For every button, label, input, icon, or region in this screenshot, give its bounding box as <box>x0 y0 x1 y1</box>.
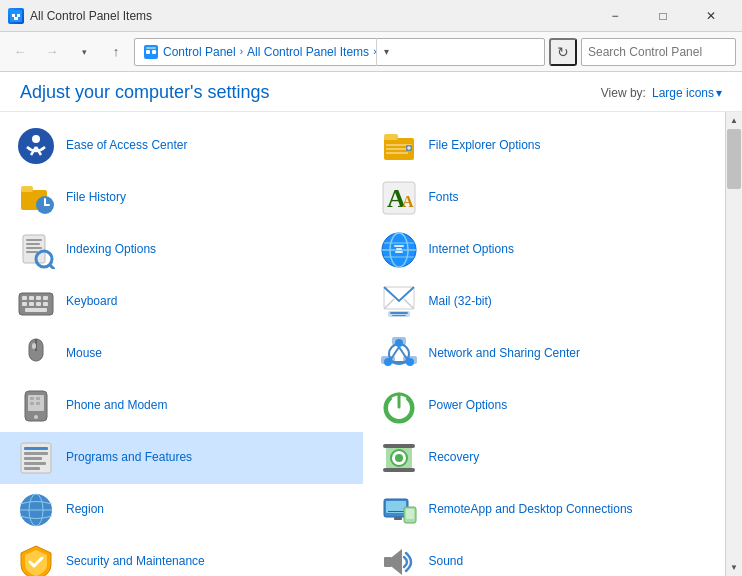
svg-rect-43 <box>29 296 34 300</box>
cp-item-sound[interactable]: Sound <box>363 536 726 576</box>
svg-point-9 <box>32 135 40 143</box>
search-input[interactable] <box>588 45 738 59</box>
breadcrumb-all-items[interactable]: All Control Panel Items <box>247 45 369 59</box>
svg-rect-3 <box>14 17 18 20</box>
cp-item-label-keyboard: Keyboard <box>66 294 117 310</box>
up-button[interactable]: ↑ <box>102 38 130 66</box>
cp-item-fonts[interactable]: A A Fonts <box>363 172 726 224</box>
svg-rect-50 <box>25 308 47 312</box>
svg-rect-68 <box>381 356 395 364</box>
cp-item-recovery[interactable]: Recovery <box>363 432 726 484</box>
svg-line-32 <box>50 265 54 269</box>
svg-rect-39 <box>396 248 402 250</box>
cp-item-label-mouse: Mouse <box>66 346 102 362</box>
cp-item-label-mail: Mail (32-bit) <box>429 294 492 310</box>
mouse-icon <box>16 334 56 374</box>
svg-rect-6 <box>152 50 156 54</box>
svg-rect-40 <box>395 251 403 253</box>
recovery-icon <box>379 438 419 478</box>
cp-item-mouse[interactable]: Mouse <box>0 328 363 380</box>
fileexplorer-icon <box>379 126 419 166</box>
svg-rect-0 <box>10 10 22 22</box>
svg-point-8 <box>18 128 54 164</box>
scroll-up-button[interactable]: ▲ <box>726 112 742 129</box>
cp-item-indexing-options[interactable]: Indexing Options <box>0 224 363 276</box>
cp-item-remoteapp[interactable]: RemoteApp and Desktop Connections <box>363 484 726 536</box>
svg-rect-29 <box>26 247 42 249</box>
close-button[interactable]: ✕ <box>688 0 734 32</box>
minimize-button[interactable]: − <box>592 0 638 32</box>
region-icon <box>16 490 56 530</box>
viewby-option[interactable]: Large icons ▾ <box>652 86 722 100</box>
scrollbar: ▲ ▼ <box>725 112 742 576</box>
cp-item-security-maintenance[interactable]: Security and Maintenance <box>0 536 363 576</box>
svg-rect-55 <box>390 312 408 314</box>
cp-item-keyboard[interactable]: Keyboard <box>0 276 363 328</box>
svg-rect-69 <box>403 356 417 364</box>
cp-item-power-options[interactable]: Power Options <box>363 380 726 432</box>
svg-rect-5 <box>146 50 150 54</box>
programs-icon <box>16 438 56 478</box>
app-icon <box>8 8 24 24</box>
svg-rect-15 <box>386 148 406 150</box>
fonts-icon: A A <box>379 178 419 218</box>
main-content: Adjust your computer's settings View by:… <box>0 72 742 576</box>
cp-item-ease-of-access[interactable]: Ease of Access Center <box>0 120 363 172</box>
svg-rect-99 <box>384 557 392 567</box>
cp-item-phone-modem[interactable]: Phone and Modem <box>0 380 363 432</box>
svg-point-87 <box>395 454 403 462</box>
cp-item-label-network-sharing: Network and Sharing Center <box>429 346 580 362</box>
cp-item-label-file-explorer-options: File Explorer Options <box>429 138 541 154</box>
svg-rect-84 <box>24 467 40 470</box>
page-title: Adjust your computer's settings <box>20 82 270 103</box>
filehistory-icon <box>16 178 56 218</box>
svg-rect-89 <box>383 468 415 472</box>
search-box[interactable]: 🔍 <box>581 38 736 66</box>
svg-rect-75 <box>30 402 34 405</box>
refresh-button[interactable]: ↻ <box>549 38 577 66</box>
forward-button[interactable]: → <box>38 38 66 66</box>
svg-rect-44 <box>36 296 41 300</box>
window-controls: − □ ✕ <box>592 0 734 32</box>
cp-item-file-history[interactable]: File History <box>0 172 363 224</box>
keyboard-icon <box>16 282 56 322</box>
address-field[interactable]: Control Panel › All Control Panel Items … <box>134 38 545 66</box>
cp-item-label-file-history: File History <box>66 190 126 206</box>
remoteapp-icon <box>379 490 419 530</box>
content-header: Adjust your computer's settings View by:… <box>0 72 742 112</box>
svg-rect-97 <box>406 509 414 519</box>
cp-item-region[interactable]: Region <box>0 484 363 536</box>
cp-item-programs-features[interactable]: Programs and Features <box>0 432 363 484</box>
cp-item-internet-options[interactable]: Internet Options <box>363 224 726 276</box>
svg-rect-67 <box>392 337 406 345</box>
security-icon <box>16 542 56 576</box>
scrollbar-thumb[interactable] <box>727 129 741 189</box>
svg-rect-1 <box>12 14 15 17</box>
address-dropdown[interactable]: ▾ <box>376 38 396 66</box>
cp-item-network-sharing[interactable]: Network and Sharing Center <box>363 328 726 380</box>
scrollbar-track <box>726 129 742 559</box>
phone-icon <box>16 386 56 426</box>
cp-item-mail[interactable]: Mail (32-bit) <box>363 276 726 328</box>
svg-rect-27 <box>26 239 42 241</box>
items-container: Ease of Access Center File Explorer Opti… <box>0 112 742 576</box>
scroll-down-button[interactable]: ▼ <box>726 559 742 576</box>
back-button[interactable]: ← <box>6 38 34 66</box>
cp-item-file-explorer-options[interactable]: File Explorer Options <box>363 120 726 172</box>
svg-rect-21 <box>21 186 33 192</box>
svg-rect-56 <box>392 315 406 316</box>
svg-rect-47 <box>29 302 34 306</box>
breadcrumb-control-panel[interactable]: Control Panel <box>163 45 236 59</box>
cp-item-label-fonts: Fonts <box>429 190 459 206</box>
svg-rect-42 <box>22 296 27 300</box>
cp-item-label-recovery: Recovery <box>429 450 480 466</box>
svg-rect-49 <box>43 302 48 306</box>
viewby-arrow: ▾ <box>716 86 722 100</box>
viewby-label: View by: <box>601 86 646 100</box>
svg-rect-80 <box>24 447 48 450</box>
maximize-button[interactable]: □ <box>640 0 686 32</box>
svg-rect-45 <box>43 296 48 300</box>
recent-button[interactable]: ▾ <box>70 38 98 66</box>
svg-rect-7 <box>146 47 156 49</box>
svg-rect-30 <box>26 251 38 253</box>
